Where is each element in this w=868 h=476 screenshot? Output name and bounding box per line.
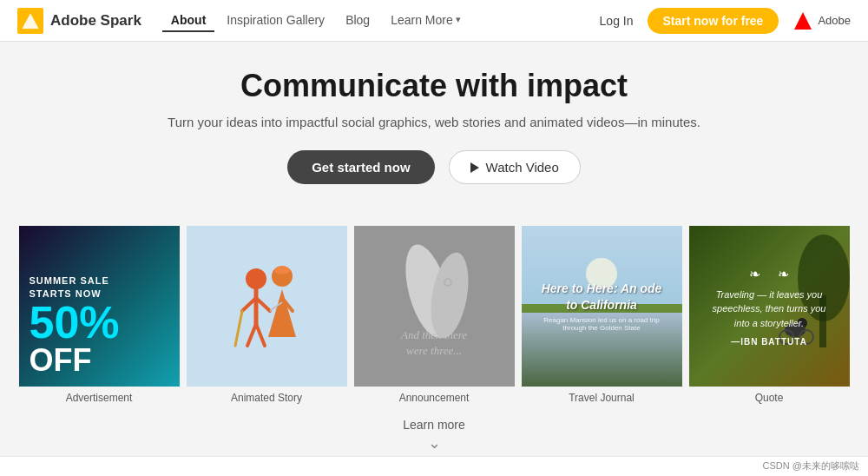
hero-section: Communicate with impact Turn your ideas … [0, 42, 868, 226]
learn-more-label[interactable]: Learn more [403, 418, 465, 432]
list-item: SUMMER SALE STARTS NOW 50% OFF Advertise… [16, 226, 183, 404]
svg-text:And then there: And then there [399, 328, 466, 341]
ad-percent: 50% [30, 300, 169, 345]
logo[interactable]: Adobe Spark [17, 8, 141, 34]
navbar: Adobe Spark About Inspiration Gallery Bl… [0, 0, 868, 42]
gallery-section: SUMMER SALE STARTS NOW 50% OFF Advertise… [0, 226, 868, 456]
announcement-visual: And then there were three... [354, 226, 515, 387]
svg-line-9 [235, 311, 242, 346]
travel-label: Travel Journal [569, 392, 635, 404]
travel-visual: Here to Here: An ode to California Reaga… [522, 226, 682, 387]
svg-line-7 [247, 324, 256, 346]
chevron-down-icon: ⌄ [428, 433, 441, 453]
csdn-note: CSDN @未来的哆嗦哒 [763, 459, 859, 473]
quote-label: Quote [755, 392, 784, 404]
watch-video-button[interactable]: Watch Video [449, 150, 581, 184]
quote-visual: ❧ ❧ Traveling — it leaves you speechless… [689, 226, 850, 387]
animated-story-visual [187, 226, 347, 387]
ad-card[interactable]: SUMMER SALE STARTS NOW 50% OFF [19, 226, 180, 387]
gallery: SUMMER SALE STARTS NOW 50% OFF Advertise… [9, 226, 859, 411]
hero-title: Communicate with impact [17, 68, 851, 104]
announcement-label: Announcement [399, 392, 470, 404]
announcement-card[interactable]: And then there were three... [354, 226, 515, 387]
ad-summer-text: SUMMER SALE STARTS NOW [30, 274, 169, 300]
hero-subtitle: Turn your ideas into impactful social gr… [17, 115, 851, 129]
travel-sub: Reagan Mansion led us on a road trip thr… [541, 316, 663, 332]
list-item: ❧ ❧ Traveling — it leaves you speechless… [686, 226, 853, 404]
chevron-down-section: ⌄ [9, 433, 859, 453]
login-button[interactable]: Log In [600, 14, 634, 28]
quote-author: —IBN BATTUTA [710, 337, 829, 347]
nav-links: About Inspiration Gallery Blog Learn Mor… [162, 10, 600, 32]
animated-label: Animated Story [231, 392, 302, 404]
adobe-icon [792, 10, 813, 31]
svg-point-3 [246, 268, 266, 289]
nav-learn-more[interactable]: Learn More ▾ [382, 10, 470, 32]
svg-line-8 [256, 324, 265, 346]
play-icon [470, 162, 479, 173]
learn-more-section: Learn more ⌄ [9, 411, 859, 456]
nav-blog[interactable]: Blog [337, 10, 378, 32]
svg-marker-0 [22, 12, 39, 29]
logo-text: Adobe Spark [50, 12, 141, 30]
list-item: Here to Here: An ode to California Reaga… [518, 226, 686, 404]
ad-label: Advertisement [66, 392, 133, 404]
travel-card[interactable]: Here to Here: An ode to California Reaga… [522, 226, 682, 387]
svg-text:were three...: were three... [405, 344, 461, 357]
start-button[interactable]: Start now for free [648, 8, 779, 34]
travel-title: Here to Here: An ode to California [541, 281, 663, 312]
bottom-section: What can you create with Adobe Spark? [0, 456, 868, 476]
hero-buttons: Get started now Watch Video [17, 150, 851, 184]
nav-right: Log In Start now for free Adobe [600, 8, 851, 34]
chevron-icon: ▾ [456, 14, 461, 25]
svg-point-14 [274, 266, 290, 274]
list-item: And then there were three... Announcemen… [351, 226, 518, 404]
logo-icon [17, 8, 43, 34]
animated-card[interactable] [187, 226, 347, 387]
quote-text: Traveling — it leaves you speechless, th… [710, 288, 829, 331]
ad-off: OFF [30, 345, 169, 376]
list-item: Animated Story [183, 226, 351, 404]
laurel-decoration: ❧ ❧ [710, 266, 829, 282]
get-started-button[interactable]: Get started now [287, 150, 434, 184]
svg-marker-2 [794, 12, 812, 30]
adobe-logo: Adobe [792, 10, 851, 31]
nav-inspiration[interactable]: Inspiration Gallery [218, 10, 333, 32]
quote-card[interactable]: ❧ ❧ Traveling — it leaves you speechless… [689, 226, 850, 387]
nav-about[interactable]: About [162, 10, 214, 32]
